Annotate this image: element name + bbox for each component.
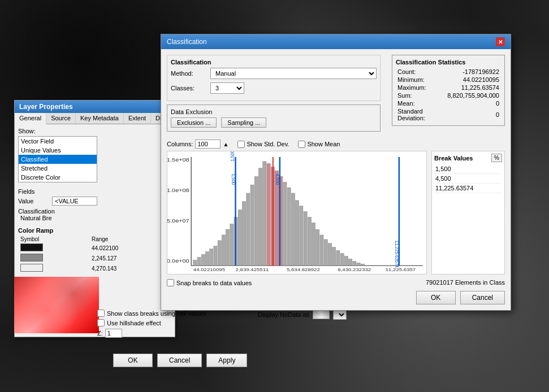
sampling-button[interactable]: Sampling ... [221,117,266,128]
tab-general[interactable]: General [15,113,46,124]
svg-rect-40 [332,247,336,266]
stddev-value: 0 [446,107,501,122]
svg-rect-39 [328,243,331,265]
use-hillshade-label: Use hillshade effect [107,320,161,326]
break-list: 1,500 4,500 11,225.63574 [434,164,502,193]
cancel-button-dialog[interactable]: Cancel [460,291,505,304]
break-values-box: Break Values % 1,500 4,500 11,225.63574 [431,151,505,275]
snap-row: Snap breaks to data values 79021017 Elem… [167,277,505,286]
stddev-label: Standard Deviation: [396,107,446,122]
svg-text:1.0e+08: 1.0e+08 [167,188,189,193]
nodata-select[interactable] [333,310,347,320]
show-item-classified[interactable]: Classified [19,155,97,164]
use-hillshade-checkbox[interactable] [97,319,105,326]
show-section: Show: Vector Field Unique Values Classif… [15,124,175,186]
svg-rect-33 [304,212,307,266]
ok-button-dialog[interactable]: OK [416,291,456,304]
break-values-title: Break Values [434,155,473,162]
stat-box: Classification Statistics Count: -178719… [392,55,505,126]
show-mean-checkbox[interactable] [298,141,305,148]
value-input[interactable] [52,197,97,206]
preview-map-container [14,277,99,333]
svg-rect-36 [316,229,319,265]
classification-left: Classification Method: Manual Classes: 3 [167,55,381,135]
break-value-1[interactable]: 1,500 [434,164,502,174]
svg-rect-19 [247,193,250,265]
svg-text:5.0e+07: 5.0e+07 [167,218,189,224]
spinner-up[interactable]: ▲ [223,141,228,147]
svg-text:44.02210095: 44.02210095 [193,267,225,272]
show-item-vector[interactable]: Vector Field [19,137,97,146]
svg-rect-34 [308,217,311,265]
svg-rect-41 [336,251,340,266]
stat-title: Classification Statistics [396,59,501,66]
stat-stddev-row: Standard Deviation: 0 [396,107,501,122]
svg-text:5,634.828922: 5,634.828922 [287,267,320,272]
break-value-3[interactable]: 11,225.63574 [434,184,502,193]
ok-button-layer[interactable]: OK [113,354,153,367]
exclusion-button[interactable]: Exclusion ... [171,117,217,128]
svg-rect-12 [218,241,221,265]
dialog-buttons: OK Cancel [167,291,505,304]
svg-rect-44 [349,259,352,265]
svg-text:8,430.232332: 8,430.232332 [338,267,371,272]
apply-button-layer[interactable]: Apply [206,354,247,367]
columns-label: Columns: [167,141,193,147]
stat-min-row: Minimum: 44.02210095 [396,76,501,84]
svg-rect-31 [296,201,299,265]
histogram-controls: Columns: ▲ Show Std. Dev. Show Mean [167,140,505,149]
break-value-2[interactable]: 4,500 [434,174,502,184]
z-input[interactable] [105,329,122,338]
range-1: 44.022100 [89,243,171,253]
show-item-unique[interactable]: Unique Values [19,146,97,155]
svg-rect-30 [291,193,295,265]
svg-rect-37 [320,235,323,265]
show-item-discrete[interactable]: Discrete Color [19,173,97,182]
sum-label: Sum: [396,92,446,99]
columns-row: Columns: ▲ [167,140,228,149]
mean-value: 0 [446,99,501,107]
color-row-3: 4,270.143 [18,263,171,273]
tab-extent[interactable]: Extent [124,113,151,124]
swatch-1 [20,243,43,251]
classification-row-value: Natural Bre [20,215,52,221]
svg-rect-10 [210,249,213,266]
classification-info: Classification Natural Bre [18,208,171,221]
columns-input[interactable] [195,140,221,149]
sum-value: 8,820,755,904,000 [446,92,501,99]
color-table: Symbol Range 44.022100 2,245.127 4,270.1… [18,236,171,273]
fields-label: Fields [18,188,52,195]
svg-text:0.0e+00: 0.0e+00 [167,258,189,264]
cancel-button-layer[interactable]: Cancel [157,354,202,367]
classes-select[interactable]: 3 [210,82,244,94]
svg-rect-9 [205,252,209,266]
svg-text:1.5e+08: 1.5e+08 [167,157,189,163]
layer-properties-title: Layer Properties [19,103,73,111]
show-class-breaks-checkbox[interactable] [97,310,105,317]
count-label: Count: [396,68,446,76]
svg-rect-20 [250,185,254,265]
snap-checkbox[interactable] [167,279,174,286]
show-std-dev-row: Show Std. Dev. [237,141,289,148]
svg-rect-32 [300,206,303,266]
show-item-stretched[interactable]: Stretched [19,164,97,173]
svg-rect-6 [193,260,197,265]
close-dialog-button[interactable]: ✕ [496,37,505,46]
swatch-3 [20,264,43,272]
show-std-dev-checkbox[interactable] [237,141,245,148]
tab-key-metadata[interactable]: Key Metadata [76,113,124,124]
stat-table: Count: -1787196922 Minimum: 44.02210095 … [396,68,501,122]
layer-bottom-buttons: OK Cancel Apply [113,354,247,367]
layer-properties-titlebar: Layer Properties [15,101,175,113]
method-select[interactable]: Manual [210,68,377,79]
classification-dialog: Classification ✕ Classification Method: … [161,34,511,311]
min-value: 44.02210095 [446,76,501,84]
svg-rect-43 [344,256,348,265]
tab-source[interactable]: Source [46,113,76,124]
col-range: Range [89,236,171,243]
classification-right: Classification Statistics Count: -178719… [392,55,505,135]
classes-row: Classes: 3 [171,82,377,94]
histogram-svg: 1.5e+08 1.0e+08 5.0e+07 0.0e+00 [167,151,426,274]
percent-button[interactable]: % [491,154,502,162]
show-label: Show: [18,128,171,134]
